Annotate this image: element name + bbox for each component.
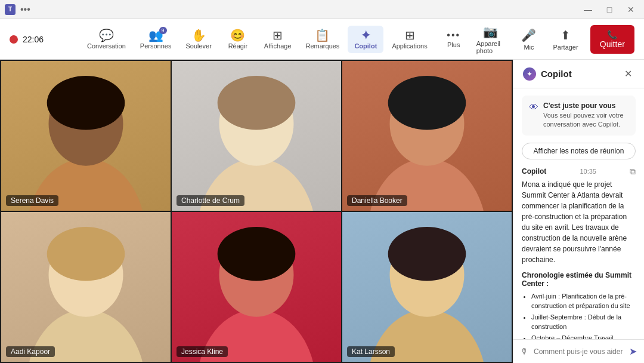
privacy-icon: 👁: [529, 102, 538, 113]
toolbar-action-camera[interactable]: 📷Appareil photo: [472, 22, 510, 57]
toolbar-tool-copilot[interactable]: ✦Copilot: [348, 26, 383, 53]
copilot-panel: ✦ Copilot ✕ 👁 C'est juste pour vous Vous…: [513, 60, 644, 363]
toolbar-tool-label-remarques: Remarques: [306, 42, 340, 50]
participant-label-2: Charlotte de Crum: [177, 195, 244, 206]
toolbar-tool-label-reagir: Réagir: [228, 42, 247, 50]
video-cell-1: Serena Davis: [1, 61, 171, 211]
copilot-input[interactable]: [534, 347, 624, 356]
copilot-body: 👁 C'est juste pour vous Vous seul pouvez…: [513, 88, 644, 339]
video-cell-6: Kat Larsson: [342, 212, 512, 362]
toolbar-tool-label-affichage: Affichage: [264, 42, 292, 50]
main-area: Serena DavisCharlotte de CrumDaniella Bo…: [0, 60, 644, 363]
participant-label-1: Serena Davis: [6, 195, 58, 206]
camera-label: Appareil photo: [476, 40, 505, 54]
minimize-button[interactable]: —: [580, 1, 596, 18]
toolbar-tool-conversation[interactable]: 💬Conversation: [81, 26, 132, 53]
toolbar-tool-applications[interactable]: ⊞Applications: [386, 26, 433, 53]
video-cell-4: Aadi Kapoor: [1, 212, 171, 362]
privacy-title: C'est juste pour vous: [543, 101, 628, 110]
message-list-item-0: Avril-juin : Planification de la pré-con…: [531, 291, 636, 311]
toolbar-tool-label-soulever: Soulever: [185, 42, 211, 50]
teams-logo: T: [5, 4, 16, 15]
video-cell-3: Daniella Booker: [342, 61, 512, 211]
input-mic-icon[interactable]: 🎙: [521, 347, 529, 356]
mic-icon: 🎤: [521, 28, 536, 42]
mic-label: Mic: [524, 44, 534, 51]
maximize-button[interactable]: □: [601, 1, 618, 18]
toolbar-tool-soulever[interactable]: ✋Soulever: [179, 26, 217, 53]
share-icon: ⬆: [561, 28, 571, 42]
svg-point-14: [218, 227, 296, 281]
toolbar-action-share[interactable]: ⬆Partager: [548, 26, 583, 53]
copilot-icon: ✦: [523, 67, 536, 81]
svg-point-2: [47, 76, 125, 130]
toolbar-tool-label-plus: Plus: [447, 41, 460, 48]
video-cell-5: Jessica Kline: [172, 212, 341, 362]
svg-point-11: [47, 227, 125, 281]
svg-point-5: [218, 76, 296, 130]
toolbar-tool-label-personnes: Personnes: [140, 42, 172, 50]
toolbar-tool-label-copilot: Copilot: [354, 42, 377, 50]
privacy-text-block: C'est juste pour vous Vous seul pouvez v…: [543, 101, 628, 130]
participant-label-4: Aadi Kapoor: [6, 346, 55, 357]
copilot-panel-title: Copilot: [541, 69, 572, 79]
copilot-header: ✦ Copilot ✕: [513, 60, 644, 88]
meeting-notes-button[interactable]: Afficher les notes de réunion: [522, 143, 636, 159]
quit-button[interactable]: 📞 Quitter: [590, 25, 634, 54]
message-body: Mona a indiqué que le projet Summit Cent…: [522, 179, 636, 265]
toolbar-tool-label-conversation: Conversation: [87, 42, 126, 50]
copilot-title-row: ✦ Copilot: [523, 67, 572, 81]
message-sender: Copilot: [522, 167, 546, 176]
toolbar-action-mic[interactable]: 🎤Mic: [516, 26, 541, 53]
message-section-title: Chronologie estimée du Summit Center :: [522, 271, 636, 288]
toolbar-tool-plus[interactable]: •••Plus: [436, 27, 472, 52]
svg-point-8: [388, 76, 466, 130]
toolbar-tool-personnes[interactable]: 👥9Personnes: [134, 26, 178, 53]
toolbar-left: 22:06: [10, 35, 81, 44]
message-list-item-1: Juillet-Septembre : Début de la construc…: [531, 312, 636, 332]
toolbar-tool-label-applications: Applications: [392, 42, 427, 50]
participant-label-3: Daniella Booker: [347, 195, 407, 206]
record-indicator: [10, 35, 18, 44]
title-bar: T ••• — □ ✕: [0, 0, 644, 19]
copy-message-button[interactable]: ⧉: [630, 167, 636, 177]
message-list-item-2: Octobre – Décembre Travail structurel: [531, 333, 636, 339]
message-list: Avril-juin : Planification de la pré-con…: [522, 291, 636, 339]
message-time: 10:35: [580, 168, 596, 175]
title-dots[interactable]: •••: [20, 4, 30, 15]
video-cell-2: Charlotte de Crum: [172, 61, 341, 211]
privacy-notice: 👁 C'est juste pour vous Vous seul pouvez…: [522, 96, 636, 136]
send-button[interactable]: ➤: [629, 346, 637, 357]
toolbar-right: 📷Appareil photo🎤Mic⬆Partager📞 Quitter: [472, 22, 634, 57]
toolbar-tool-affichage[interactable]: ⊞Affichage: [258, 26, 298, 53]
copilot-input-area: 🎙 ➤: [513, 339, 644, 363]
message-header: Copilot 10:35 ⧉: [522, 167, 636, 177]
close-button[interactable]: ✕: [623, 1, 639, 18]
toolbar-tool-remarques[interactable]: 📋Remarques: [300, 26, 346, 53]
copilot-message: Copilot 10:35 ⧉ Mona a indiqué que le pr…: [522, 167, 636, 339]
camera-icon: 📷: [483, 24, 498, 39]
video-grid: Serena DavisCharlotte de CrumDaniella Bo…: [0, 60, 513, 363]
svg-point-17: [388, 227, 466, 281]
close-copilot-button[interactable]: ✕: [622, 67, 634, 81]
call-timer: 22:06: [23, 35, 44, 44]
share-label: Partager: [553, 44, 578, 51]
privacy-text: Vous seul pouvez voir votre conversation…: [543, 111, 628, 130]
toolbar-center: 💬Conversation👥9Personnes✋Soulever😊Réagir…: [81, 26, 472, 53]
toolbar-tool-reagir[interactable]: 😊Réagir: [220, 26, 256, 53]
toolbar: 22:06 💬Conversation👥9Personnes✋Soulever😊…: [0, 19, 644, 60]
participant-label-6: Kat Larsson: [347, 346, 395, 357]
participant-label-5: Jessica Kline: [177, 346, 228, 357]
